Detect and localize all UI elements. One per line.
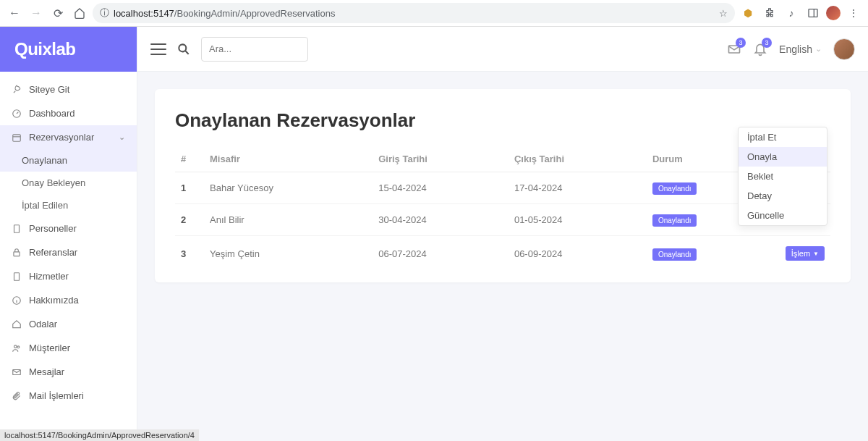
sidebar: Quixlab Siteye Git Dashboard Rezervasyon…: [0, 27, 137, 441]
sidebar-item-label: Müşteriler: [29, 343, 70, 353]
logo-text: Quixlab: [14, 39, 76, 59]
sidebar-item-hakkimizda[interactable]: Hakkımızda: [0, 288, 137, 312]
table-row: 3Yeşim Çetin06-07-202406-09-2024Onayland…: [175, 236, 830, 272]
dropdown-item[interactable]: Beklet: [739, 167, 827, 186]
browser-status-bar: localhost:5147/BookingAdmin/ApprovedRese…: [0, 429, 199, 441]
cell-index: 1: [175, 172, 204, 204]
media-icon[interactable]: ♪: [783, 4, 800, 22]
sidebar-item-dashboard[interactable]: Dashboard: [0, 101, 137, 125]
sidebar-item-mail-islemleri[interactable]: Mail İşlemleri: [0, 384, 137, 408]
cell-checkin: 15-04-2024: [373, 172, 509, 204]
panel-icon[interactable]: [804, 4, 822, 22]
cell-status: Onaylandı: [647, 236, 773, 272]
browser-forward-button[interactable]: →: [27, 4, 45, 22]
action-dropdown: İptal EtOnaylaBekletDetayGüncelle: [738, 127, 827, 226]
caret-down-icon: ▼: [813, 251, 819, 257]
reservations-card: Onaylanan Rezervasyonlar # Misafir Giriş…: [155, 89, 851, 282]
paperclip-icon: [12, 391, 22, 401]
sidebar-item-label: Onay Bekleyen: [22, 177, 85, 188]
svg-line-15: [185, 51, 189, 54]
svg-point-11: [14, 345, 17, 348]
cell-index: 2: [175, 204, 204, 236]
logo[interactable]: Quixlab: [0, 27, 137, 72]
dropdown-item[interactable]: İptal Et: [739, 127, 827, 147]
sidebar-item-hizmetler[interactable]: Hizmetler: [0, 264, 137, 288]
page-title: Onaylanan Rezervasyonlar: [175, 109, 830, 132]
language-selector[interactable]: English ⌄: [779, 43, 822, 55]
reservations-table: # Misafir Giriş Tarihi Çıkış Tarihi Duru…: [175, 146, 830, 271]
extension-icon-1[interactable]: ⬢: [739, 4, 757, 22]
svg-rect-6: [14, 251, 20, 256]
sidebar-item-iptal-edilen[interactable]: İptal Edilen: [22, 194, 137, 217]
sidebar-item-odalar[interactable]: Odalar: [0, 312, 137, 336]
sidebar-item-onaylanan[interactable]: Onaylanan: [0, 149, 137, 172]
messages-badge: 3: [736, 38, 746, 48]
action-button[interactable]: İşlem ▼: [786, 246, 825, 261]
cell-checkout: 17-04-2024: [509, 172, 647, 204]
sidebar-item-siteye-git[interactable]: Siteye Git: [0, 77, 137, 101]
search-icon[interactable]: [176, 42, 191, 56]
dropdown-item[interactable]: Onayla: [739, 147, 827, 167]
sidebar-item-label: Siteye Git: [29, 84, 69, 95]
sidebar-item-label: Onaylanan: [22, 155, 67, 166]
topbar-right: 3 3 English ⌄: [727, 38, 855, 60]
col-checkin: Giriş Tarihi: [373, 146, 509, 172]
info-icon: [12, 295, 22, 306]
star-icon[interactable]: ☆: [719, 8, 728, 19]
user-avatar[interactable]: [833, 38, 855, 60]
sidebar-item-label: Rezervasyonlar: [29, 132, 94, 143]
app-shell: Quixlab Siteye Git Dashboard Rezervasyon…: [0, 27, 868, 441]
sidebar-item-label: İptal Edilen: [22, 200, 68, 211]
browser-home-button[interactable]: [71, 4, 88, 22]
browser-url-bar[interactable]: ⓘ localhost:5147/BookingAdmin/ApprovedRe…: [93, 3, 735, 23]
sidebar-submenu-rezervasyonlar: Onaylanan Onay Bekleyen İptal Edilen: [0, 149, 137, 217]
extensions-icon[interactable]: [761, 4, 778, 22]
cell-action: İşlem ▼: [773, 236, 830, 272]
list-icon: [12, 272, 22, 282]
url-path: /BookingAdmin/ApprovedReservations: [174, 8, 336, 19]
topbar: 3 3 English ⌄: [137, 27, 868, 72]
messages-button[interactable]: 3: [727, 42, 741, 56]
cell-guest: Yeşim Çetin: [204, 236, 373, 272]
sidebar-item-label: Referanslar: [29, 247, 77, 258]
people-icon: [12, 343, 22, 353]
browser-reload-button[interactable]: ⟳: [49, 4, 67, 22]
svg-point-14: [179, 44, 186, 51]
sidebar-item-label: Mail İşlemleri: [29, 390, 84, 401]
cell-guest: Anıl Bilir: [204, 204, 373, 236]
sidebar-item-musteriler[interactable]: Müşteriler: [0, 336, 137, 360]
notifications-button[interactable]: 3: [753, 42, 767, 56]
users-icon: [12, 224, 22, 234]
calendar-icon: [12, 133, 22, 143]
svg-rect-5: [14, 224, 20, 232]
browser-profile-avatar[interactable]: [826, 6, 841, 20]
svg-rect-7: [14, 272, 20, 280]
language-label: English: [779, 43, 812, 55]
sidebar-item-referanslar[interactable]: Referanslar: [0, 240, 137, 264]
status-badge: Onaylandı: [652, 248, 697, 261]
chevron-down-icon: ⌄: [815, 44, 822, 54]
browser-menu-icon[interactable]: ⋮: [845, 4, 862, 22]
sidebar-item-rezervasyonlar[interactable]: Rezervasyonlar ⌄: [0, 125, 137, 149]
status-badge: Onaylandı: [652, 182, 697, 195]
sidebar-item-label: Personeller: [29, 223, 77, 234]
main: 3 3 English ⌄ Onaylanan Rezervasyonlar: [137, 27, 868, 441]
cell-index: 3: [175, 236, 204, 272]
search-input[interactable]: [201, 37, 308, 62]
sidebar-item-mesajlar[interactable]: Mesajlar: [0, 360, 137, 384]
sidebar-nav: Siteye Git Dashboard Rezervasyonlar ⌄ On…: [0, 72, 137, 441]
sidebar-item-personeller[interactable]: Personeller: [0, 217, 137, 240]
col-index: #: [175, 146, 204, 172]
col-guest: Misafir: [204, 146, 373, 172]
gauge-icon: [12, 109, 22, 119]
svg-rect-3: [13, 134, 21, 140]
dropdown-item[interactable]: Güncelle: [739, 206, 827, 225]
sidebar-item-onay-bekleyen[interactable]: Onay Bekleyen: [22, 172, 137, 194]
browser-chrome: ← → ⟳ ⓘ localhost:5147/BookingAdmin/Appr…: [0, 0, 868, 27]
url-host: localhost:5147: [114, 8, 174, 19]
browser-back-button[interactable]: ←: [6, 4, 23, 22]
hamburger-button[interactable]: [150, 43, 166, 55]
notifications-badge: 3: [762, 38, 772, 48]
dropdown-item[interactable]: Detay: [739, 186, 827, 206]
cell-guest: Bahar Yücesoy: [204, 172, 373, 204]
